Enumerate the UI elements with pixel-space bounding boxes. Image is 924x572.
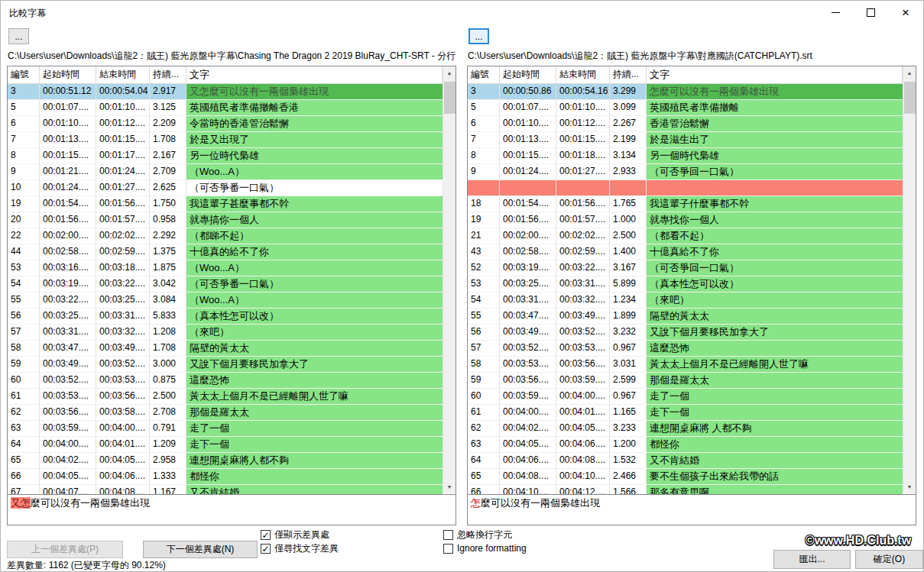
table-row[interactable]: 6500:04:08....00:04:10....2.466要不生個孩子出來給… — [468, 469, 903, 485]
table-row[interactable]: 5500:03:22....00:03:25....3.084（Woo...A） — [8, 292, 443, 309]
table-row[interactable]: 900:01:21....00:01:24....2.709（Woo...A） — [8, 164, 443, 180]
right-vertical-scrollbar[interactable]: ▲ ▼ — [903, 66, 916, 493]
number-cell: 5 — [8, 100, 40, 115]
table-row[interactable]: 1900:01:56....00:01:57....1.000就專找你一個人 — [468, 212, 903, 228]
table-row[interactable]: 6400:04:06....00:04:08....1.532又不肯結婚 — [468, 453, 903, 469]
table-row[interactable]: 4400:02:58....00:02:59....1.375十億真的給不了你 — [8, 244, 443, 260]
table-row[interactable]: 5300:03:16....00:03:18....1.875（Woo...A） — [8, 260, 443, 276]
checkbox-show-diff-only[interactable]: ✓ 僅顯示差異處 — [261, 529, 329, 540]
start-time-cell: 00:04:00.... — [40, 437, 96, 452]
table-row[interactable]: 700:01:13....00:01:15....1.708於是又出現了 — [8, 132, 443, 148]
table-row[interactable]: 500:01:07....00:01:10....3.099英國殖民者準備撤離 — [468, 100, 903, 116]
table-row[interactable] — [468, 180, 903, 196]
column-header[interactable]: 起始時間 — [40, 66, 96, 83]
table-row[interactable]: 6200:03:56....00:03:58....2.708那個是羅太太 — [8, 405, 443, 421]
maximize-button[interactable] — [853, 1, 888, 24]
table-row[interactable]: 5900:03:49....00:03:52....3.000又說下個月要移民加… — [8, 357, 443, 373]
checkbox-unchecked-icon — [443, 544, 453, 554]
column-header[interactable]: 文字 — [647, 66, 903, 83]
start-time-cell: 00:03:47.... — [500, 309, 556, 324]
table-row[interactable]: 6400:04:00....00:04:01....1.209走下一個 — [8, 437, 443, 453]
column-header[interactable]: 文字 — [186, 66, 443, 83]
table-row[interactable]: 6100:03:53....00:03:56....2.500黃太太上個月不是已… — [8, 389, 443, 405]
table-row[interactable]: 800:01:15....00:01:18....3.134另一個時代梟雄 — [468, 148, 903, 164]
browse-right-button[interactable]: ... — [468, 28, 489, 44]
table-row[interactable]: 5600:03:49....00:03:52....3.232又說下個月要移民加… — [468, 325, 903, 341]
left-subtitle-preview[interactable]: 又怎麼可以沒有一兩個梟雄出現 — [7, 494, 456, 525]
table-row[interactable]: 2100:02:00....00:02:02....2.500（都看不起） — [468, 228, 903, 244]
left-vertical-scrollbar[interactable]: ▲ ▼ — [443, 66, 456, 493]
export-button[interactable]: 匯出... — [773, 550, 851, 569]
column-header[interactable]: 起始時間 — [500, 66, 556, 83]
column-header[interactable]: 結束時間 — [96, 66, 150, 83]
scroll-thumb[interactable] — [444, 82, 456, 114]
table-row[interactable]: 1800:01:54....00:01:56....1.765我這輩子什麼事都不… — [468, 196, 903, 212]
number-cell: 64 — [468, 453, 500, 468]
table-row[interactable]: 5700:03:52....00:03:53....0.967這麼恐怖 — [468, 341, 903, 357]
scroll-up-icon[interactable]: ▲ — [903, 66, 916, 79]
table-row[interactable]: 6000:03:59....00:04:00....0.967走了一個 — [468, 389, 903, 405]
table-row[interactable]: 5600:03:25....00:03:31....5.833（真本性怎可以改） — [8, 309, 443, 325]
table-row[interactable]: 6600:04:05....00:04:06....1.333都怪你 — [8, 469, 443, 485]
column-header[interactable]: 持續... — [150, 66, 186, 83]
number-cell: 58 — [8, 341, 40, 356]
column-header[interactable]: 編號 — [468, 66, 500, 83]
scroll-down-icon[interactable]: ▼ — [903, 480, 916, 493]
table-row[interactable]: 4300:02:58....00:02:59....1.400十億真給不了你 — [468, 244, 903, 260]
table-row[interactable]: 300:00:51.1200:00:54.042.917又怎麼可以沒有一兩個梟雄… — [8, 84, 443, 100]
table-row[interactable]: 6200:04:02....00:04:05....3.233連想開桌麻將 人都… — [468, 421, 903, 437]
table-row[interactable]: 5800:03:53....00:03:56....3.031黃太太上個月不是已… — [468, 357, 903, 373]
table-row[interactable]: 5900:03:56....00:03:59....2.599那個是羅太太 — [468, 373, 903, 389]
table-row[interactable]: 600:01:10....00:01:12....2.209令當時的香港管治鬆懈 — [8, 116, 443, 132]
column-header[interactable]: 編號 — [8, 66, 40, 83]
table-row[interactable]: 300:00:50.8600:00:54.163.299怎麼可以沒有一兩個梟雄出… — [468, 84, 903, 100]
table-row[interactable]: 6500:04:02....00:04:05....2.958連想開桌麻將人都不… — [8, 453, 443, 469]
next-difference-button[interactable]: 下一個差異處(N) — [143, 541, 258, 558]
checkbox-text-diff-only[interactable]: ✓ 僅尋找文字差異 — [261, 543, 339, 554]
table-row[interactable]: 5700:03:31....00:03:32....1.208（來吧） — [8, 325, 443, 341]
table-row[interactable]: 5500:03:47....00:03:49....1.899隔壁的黃太太 — [468, 309, 903, 325]
table-row[interactable]: 6100:04:00....00:04:01....1.165走下一個 — [468, 405, 903, 421]
table-row[interactable]: 900:01:24....00:01:27....2.933（可否爭回一口氣） — [468, 164, 903, 180]
checkbox-ignore-linebreaks[interactable]: 忽略換行字元 — [443, 529, 512, 540]
table-row[interactable]: 6300:04:05....00:04:06....1.200都怪你 — [468, 437, 903, 453]
table-row[interactable]: 700:01:13....00:01:15....2.199於是滋生出了 — [468, 132, 903, 148]
checkbox-ignore-formatting[interactable]: Ignore formatting — [443, 543, 527, 554]
table-row[interactable]: 6000:03:52....00:03:53....0.875這麼恐怖 — [8, 373, 443, 389]
table-row[interactable]: 5400:03:19....00:03:22....3.042（可否爭番一口氣） — [8, 276, 443, 292]
ok-button[interactable]: 確定(O) — [855, 550, 923, 569]
previous-difference-button[interactable]: 上一個差異處(P) — [7, 541, 123, 558]
number-cell: 60 — [8, 373, 40, 388]
browse-left-button[interactable]: ... — [8, 28, 29, 44]
table-row[interactable]: 5300:03:25....00:03:31....5.899（真本性怎可以改） — [468, 276, 903, 292]
table-row[interactable]: 6300:03:59....00:04:00....0.791走了一個 — [8, 421, 443, 437]
table-row[interactable]: 600:01:10....00:01:12....2.267香港管治鬆懈 — [468, 116, 903, 132]
table-row[interactable]: 800:01:15....00:01:17....2.167另一位時代梟雄 — [8, 148, 443, 164]
duration-cell: 3.084 — [150, 292, 186, 308]
table-row[interactable]: 5200:03:19....00:03:22....3.167（可否爭回一口氣） — [468, 260, 903, 276]
start-time-cell: 00:03:49.... — [40, 357, 96, 372]
subtitle-text-cell: 那個是羅太太 — [647, 373, 903, 388]
close-button[interactable]: × — [888, 1, 923, 24]
column-header[interactable]: 持續... — [610, 66, 647, 83]
start-time-cell: 00:01:56.... — [500, 212, 556, 228]
scroll-up-icon[interactable]: ▲ — [443, 66, 456, 79]
table-row[interactable]: 500:01:07....00:01:10....3.125英國殖民者準備撤離香… — [8, 100, 443, 116]
table-row[interactable]: 5400:03:31....00:03:32....1.234（來吧） — [468, 292, 903, 309]
minimize-button[interactable] — [818, 1, 853, 24]
table-row[interactable]: 1000:01:24....00:01:27....2.625（可否爭番一口氣） — [8, 180, 443, 196]
duration-cell: 1.209 — [150, 437, 186, 452]
table-row[interactable]: 1900:01:54....00:01:56....1.750我這輩子甚麼事都不… — [8, 196, 443, 212]
right-subtitle-preview[interactable]: 怎麼可以沒有一兩個梟雄出現 — [467, 494, 916, 525]
scroll-thumb[interactable] — [904, 82, 916, 114]
table-row[interactable]: 2000:01:56....00:01:57....0.958就專搞你一個人 — [8, 212, 443, 228]
number-cell: 18 — [468, 196, 500, 212]
start-time-cell: 00:04:08.... — [500, 469, 556, 484]
end-time-cell: 00:03:32.... — [96, 325, 150, 340]
minimize-icon — [832, 12, 840, 13]
scroll-down-icon[interactable]: ▼ — [443, 480, 456, 493]
column-header[interactable]: 結束時間 — [556, 66, 610, 83]
table-row[interactable]: 5800:03:47....00:03:49....1.708隔壁的黃太太 — [8, 341, 443, 357]
table-row[interactable]: 2200:02:00....00:02:02....2.292（都睇不起） — [8, 228, 443, 244]
start-time-cell — [500, 180, 556, 196]
